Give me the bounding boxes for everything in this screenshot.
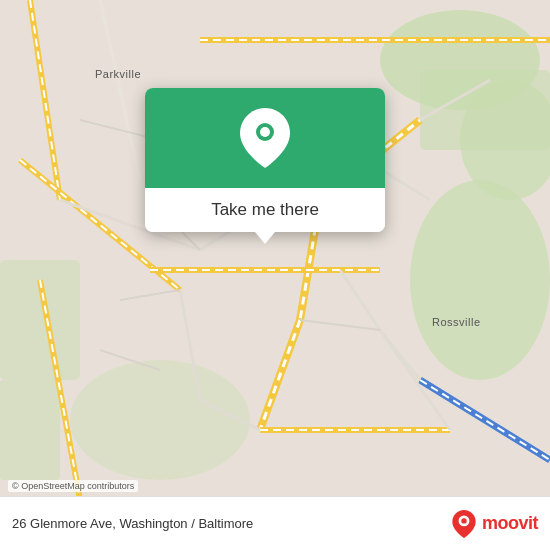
svg-rect-5	[0, 260, 80, 380]
map-container: MD 43 MD 43 MD 41 MD 147 MD 147 US 1 US …	[0, 0, 550, 550]
popup-card: Take me there	[145, 88, 385, 232]
copyright-text: © OpenStreetMap contributors	[8, 480, 138, 492]
address-text: 26 Glenmore Ave, Washington / Baltimore	[12, 516, 253, 531]
moovit-pin-icon	[450, 510, 478, 538]
moovit-brand-text: moovit	[482, 513, 538, 534]
moovit-logo: moovit	[450, 510, 538, 538]
town-label-rossville: Rossville	[432, 316, 481, 328]
popup-button-section: Take me there	[145, 188, 385, 232]
svg-point-6	[70, 360, 250, 480]
take-me-there-button[interactable]: Take me there	[161, 200, 369, 220]
location-pin-icon	[240, 108, 290, 168]
town-label-parkville: Parkville	[95, 68, 141, 80]
popup-green-section	[145, 88, 385, 188]
bottom-bar: 26 Glenmore Ave, Washington / Baltimore …	[0, 496, 550, 550]
map-svg	[0, 0, 550, 500]
svg-point-46	[260, 127, 270, 137]
svg-point-4	[410, 180, 550, 380]
svg-point-48	[461, 518, 466, 523]
svg-rect-7	[0, 380, 60, 480]
